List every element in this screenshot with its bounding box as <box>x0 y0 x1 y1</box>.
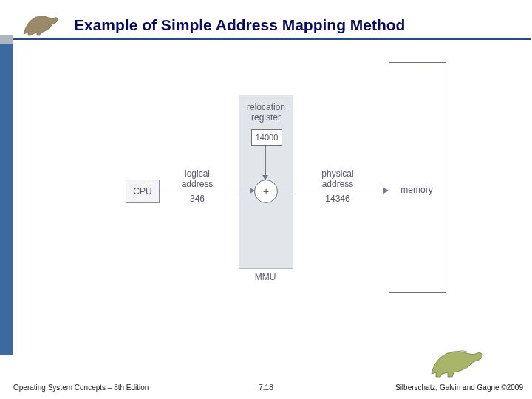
physical-label-line1: physical <box>312 168 364 179</box>
cpu-label: CPU <box>133 186 151 197</box>
mmu-label: MMU <box>239 272 292 282</box>
sidebar-accent <box>0 44 13 355</box>
arrow-adder-to-memory-head-icon <box>383 188 389 194</box>
logo-dinosaur-small-icon <box>19 10 64 37</box>
logo-dinosaur-large-icon <box>429 344 488 378</box>
title-underline <box>13 38 531 40</box>
memory-box <box>389 62 446 293</box>
plus-symbol: + <box>263 185 269 197</box>
memory-label: memory <box>389 185 445 195</box>
logical-label-line2: address <box>171 179 223 189</box>
address-mapping-diagram: CPU relocation register 14000 + memory M… <box>126 81 480 296</box>
arrow-adder-to-memory <box>277 191 384 191</box>
logical-label-line1: logical <box>171 168 223 179</box>
arrow-cpu-to-adder <box>159 191 250 191</box>
physical-value: 14346 <box>312 194 364 204</box>
arrow-reg-to-adder-head-icon <box>262 175 268 180</box>
slide-title: Example of Simple Address Mapping Method <box>74 16 405 34</box>
footer-copyright: Silberschatz, Galvin and Gagne ©2009 <box>395 383 523 392</box>
cpu-box: CPU <box>126 180 160 203</box>
adder-circle: + <box>254 180 278 203</box>
relocation-register-box: 14000 <box>251 129 282 146</box>
arrow-cpu-to-adder-head-icon <box>250 188 255 194</box>
relocation-label-line1: relocation <box>242 102 290 112</box>
arrow-reg-to-adder <box>265 145 266 176</box>
relocation-value: 14000 <box>256 133 279 142</box>
physical-label-line2: address <box>312 179 364 189</box>
logical-value: 346 <box>171 194 223 204</box>
sidebar-accent-top <box>0 35 13 44</box>
relocation-label-line2: register <box>242 112 290 123</box>
